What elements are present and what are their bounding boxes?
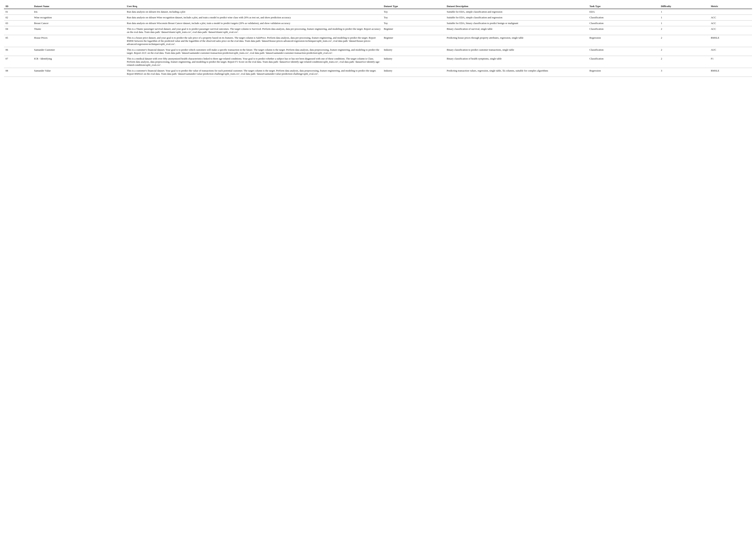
cell-id: 04 (4, 26, 32, 35)
cell-difficulty: 1 (659, 9, 709, 15)
cell-task: Regression (588, 35, 659, 47)
cell-name: Breast Cancer (32, 21, 125, 26)
cell-req: Run data analysis on sklearn Iris datase… (125, 9, 382, 15)
cell-name: House Prices (32, 35, 125, 47)
cell-task: Classification (588, 21, 659, 26)
table-row: 02Wine recognitionRun data analysis on s… (4, 15, 752, 21)
cell-type: Industry (382, 68, 445, 77)
cell-desc: Binary classification of survival, singl… (445, 26, 588, 35)
cell-task: Classification (588, 26, 659, 35)
cell-task: Classification (588, 56, 659, 68)
cell-desc: Binary classification of health symptoms… (445, 56, 588, 68)
cell-id: 03 (4, 21, 32, 26)
cell-metric: RMSLE (709, 35, 752, 47)
cell-name: Titanic (32, 26, 125, 35)
table-row: 03Breast CancerRun data analysis on skle… (4, 21, 752, 26)
header-dataset-type: Dataset Type (382, 4, 445, 9)
cell-metric: ACC (709, 26, 752, 35)
cell-req: This is a house price dataset, and your … (125, 35, 382, 47)
cell-difficulty: 1 (659, 21, 709, 26)
cell-req: This is a customer's financial dataset. … (125, 68, 382, 77)
cell-req: This is a medical dataset with over fift… (125, 56, 382, 68)
cell-desc: Predicting house prices through property… (445, 35, 588, 47)
cell-desc: Suitable for EDA, simple classification … (445, 15, 588, 21)
cell-req: This is a Titanic passenger survival dat… (125, 26, 382, 35)
cell-type: Toy (382, 9, 445, 15)
cell-name: Wine recognition (32, 15, 125, 21)
cell-id: 02 (4, 15, 32, 21)
cell-id: 07 (4, 56, 32, 68)
cell-id: 01 (4, 9, 32, 15)
cell-difficulty: 3 (659, 68, 709, 77)
cell-id: 08 (4, 68, 32, 77)
cell-req: Run data analysis on sklearn Wine recogn… (125, 15, 382, 21)
main-table-container: ID Dataset Name User Req. Dataset Type D… (4, 4, 752, 77)
header-dataset-desc: Dataset Description (445, 4, 588, 9)
cell-metric: F1 (709, 56, 752, 68)
cell-req: Run data analysis on sklearn Wisconsin B… (125, 21, 382, 26)
cell-id: 06 (4, 47, 32, 56)
cell-difficulty: 1 (659, 15, 709, 21)
header-metric: Metric (709, 4, 752, 9)
header-difficulty: Difficulty (659, 4, 709, 9)
table-row: 01IrisRun data analysis on sklearn Iris … (4, 9, 752, 15)
cell-metric (709, 9, 752, 15)
cell-type: Toy (382, 15, 445, 21)
cell-difficulty: 2 (659, 47, 709, 56)
cell-task: EDA (588, 9, 659, 15)
header-dataset-name: Dataset Name (32, 4, 125, 9)
cell-metric: AUC (709, 47, 752, 56)
cell-type: Industry (382, 47, 445, 56)
header-task-type: Task Type (588, 4, 659, 9)
cell-metric: ACC (709, 15, 752, 21)
cell-difficulty: 2 (659, 56, 709, 68)
cell-metric: RMSLE (709, 68, 752, 77)
cell-metric: ACC (709, 21, 752, 26)
header-id: ID (4, 4, 32, 9)
cell-desc: Suitable for EDA, simple classification … (445, 9, 588, 15)
cell-id: 05 (4, 35, 32, 47)
header-user-req: User Req. (125, 4, 382, 9)
cell-type: Toy (382, 21, 445, 26)
cell-name: Santander Value (32, 68, 125, 77)
cell-desc: Predicting transaction values, regressio… (445, 68, 588, 77)
cell-name: ICR - Identifying (32, 56, 125, 68)
cell-difficulty: 2 (659, 26, 709, 35)
cell-type: Beginner (382, 26, 445, 35)
table-row: 06Santander CustomerThis is a customer's… (4, 47, 752, 56)
cell-req: This is a customer's financial dataset. … (125, 47, 382, 56)
table-row: 08Santander ValueThis is a customer's fi… (4, 68, 752, 77)
cell-difficulty: 2 (659, 35, 709, 47)
cell-desc: Binary classification to predict custome… (445, 47, 588, 56)
cell-name: Santander Customer (32, 47, 125, 56)
cell-task: Regression (588, 68, 659, 77)
cell-name: Iris (32, 9, 125, 15)
table-row: 07ICR - IdentifyingThis is a medical dat… (4, 56, 752, 68)
cell-task: Classification (588, 15, 659, 21)
table-header-row: ID Dataset Name User Req. Dataset Type D… (4, 4, 752, 9)
cell-type: Beginner (382, 35, 445, 47)
table-row: 05House PricesThis is a house price data… (4, 35, 752, 47)
table-row: 04TitanicThis is a Titanic passenger sur… (4, 26, 752, 35)
cell-desc: Suitable for EDA, binary classification … (445, 21, 588, 26)
cell-type: Industry (382, 56, 445, 68)
dataset-table: ID Dataset Name User Req. Dataset Type D… (4, 4, 752, 77)
cell-task: Classification (588, 47, 659, 56)
